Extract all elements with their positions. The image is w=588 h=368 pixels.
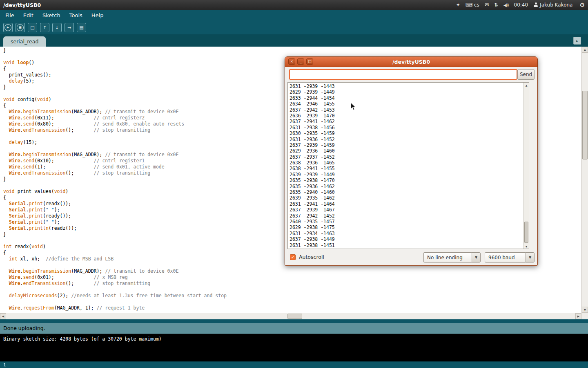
scrollbar-corner [581, 313, 588, 319]
line-ending-value: No line ending [423, 252, 472, 263]
user-menu[interactable]: Jakub Kakona [533, 2, 572, 8]
code-line: Wire.endTransmission(); // stop transmit… [3, 280, 581, 287]
window-background-strip [0, 319, 588, 323]
clock[interactable]: 00:40 [514, 2, 528, 8]
code-line: Wire.requestFrom(MAG_ADDR, 1); // reques… [3, 305, 581, 311]
serial-line: 2631 -2934 -1463 [290, 231, 529, 236]
open-sketch-button[interactable]: ↑ [40, 23, 49, 32]
serial-send-input[interactable] [289, 69, 517, 80]
serial-monitor-icon: ▤ [79, 25, 83, 30]
serial-monitor-titlebar[interactable]: /dev/ttyUSB0 × _ □ [285, 57, 537, 67]
editor-vscroll-thumb[interactable] [582, 91, 588, 159]
serial-line: 2636 -2939 -1470 [290, 113, 529, 119]
send-button[interactable]: Send [517, 69, 535, 80]
serial-line: 2635 -2936 -1462 [290, 184, 529, 189]
serial-output-area[interactable]: 2631 -2939 -14432629 -2939 -14492633 -29… [287, 82, 529, 249]
menu-item-edit[interactable]: Edit [19, 11, 38, 20]
upload-button[interactable]: → [65, 23, 74, 32]
serial-line: 2637 -2942 -1452 [290, 213, 529, 219]
code-line: } [3, 47, 581, 54]
stop-button[interactable]: ■ [16, 23, 25, 32]
panel-window-title: /dev/ttyUSB0 [3, 2, 41, 8]
code-line [3, 299, 581, 305]
code-line: delayMicroseconds(2); //needs at least 1… [3, 293, 581, 299]
serial-line: 2631 -2939 -1443 [290, 83, 529, 89]
monitor-scroll-thumb[interactable] [524, 222, 528, 243]
toolbar: ▶■□↑↓→▤ [0, 21, 588, 34]
scroll-down-arrow-icon[interactable]: ▼ [582, 307, 588, 313]
editor-horizontal-scrollbar[interactable]: ◀ ▶ [0, 313, 581, 319]
menu-bar: FileEditSketchToolsHelp [0, 10, 588, 21]
system-tray: ✦ ⌨ cs ✉ ⇅ ◀)) 00:40 Jakub Kakona ⚙ [456, 2, 585, 8]
serial-line: 2637 -2938 -1449 [290, 236, 529, 242]
new-sketch-icon: □ [30, 25, 34, 30]
menu-item-sketch[interactable]: Sketch [38, 11, 65, 20]
verify-button[interactable]: ▶ [3, 23, 13, 32]
console-line: Binary sketch size: 4208 bytes (of a 307… [3, 336, 585, 342]
monitor-scroll-up-arrow-icon[interactable]: ▲ [524, 83, 529, 88]
open-sketch-icon: ↑ [43, 25, 47, 30]
keyboard-layout-label: cs [474, 2, 479, 8]
window-controls: × _ □ [288, 58, 313, 65]
mail-icon[interactable]: ✉ [485, 2, 489, 8]
tab-menu-button[interactable]: ▸ [573, 37, 581, 45]
serial-line: 2640 -2935 -1457 [290, 219, 529, 224]
menu-item-help[interactable]: Help [87, 11, 108, 20]
save-sketch-icon: ↓ [55, 25, 59, 30]
serial-line: 2630 -2935 -1459 [290, 130, 529, 136]
autoscroll-label: Autoscroll [299, 254, 324, 260]
serial-line: 2635 -2940 -1460 [290, 189, 529, 195]
monitor-scroll-down-arrow-icon[interactable]: ▼ [524, 244, 529, 249]
new-sketch-button[interactable]: □ [28, 23, 37, 32]
session-menu-icon[interactable]: ⚙ [579, 2, 585, 8]
chevron-down-icon[interactable]: ▼ [526, 252, 535, 263]
code-line: Wire.beginTransmission(MAG_ADDR); // tra… [3, 268, 581, 274]
volume-icon[interactable]: ◀)) [503, 3, 509, 7]
line-ending-dropdown[interactable]: No line ending ▼ [423, 252, 481, 263]
network-icon[interactable]: ⇅ [494, 2, 498, 8]
serial-line: 2631 -2938 -1456 [290, 125, 529, 130]
serial-line: 2634 -2946 -1455 [290, 101, 529, 107]
menu-item-file[interactable]: File [1, 11, 19, 20]
serial-monitor-footer: ✓ Autoscroll No line ending ▼ 9600 baud … [285, 252, 538, 263]
serial-line: 2631 -2941 -1464 [290, 201, 529, 207]
serial-line: 2629 -2938 -1475 [290, 224, 529, 230]
verify-icon: ▶ [4, 24, 11, 31]
screen: /dev/ttyUSB0 ✦ ⌨ cs ✉ ⇅ ◀)) 00:40 Jakub … [0, 0, 588, 368]
close-button[interactable]: × [288, 58, 295, 65]
editor-hscroll-thumb[interactable] [287, 314, 302, 319]
scroll-up-arrow-icon[interactable]: ▲ [582, 47, 588, 53]
keyboard-layout-indicator[interactable]: ⌨ cs [466, 2, 479, 8]
keyboard-icon: ⌨ [466, 2, 472, 8]
tab-serial-read[interactable]: serial_read [3, 36, 46, 47]
minimize-button[interactable]: _ [297, 58, 304, 65]
build-console: Binary sketch size: 4208 bytes (of a 307… [0, 334, 588, 361]
scroll-right-arrow-icon[interactable]: ▶ [575, 313, 581, 319]
upload-icon: → [67, 25, 71, 30]
save-sketch-button[interactable]: ↓ [52, 23, 62, 32]
serial-monitor-button[interactable]: ▤ [77, 23, 86, 32]
autoscroll-checkbox[interactable]: ✓ [290, 254, 296, 260]
editor-vertical-scrollbar[interactable]: ▲ ▼ [581, 47, 588, 313]
menu-item-tools[interactable]: Tools [65, 11, 87, 20]
baud-rate-dropdown[interactable]: 9600 baud ▼ [485, 252, 535, 263]
monitor-scrollbar[interactable]: ▲ ▼ [523, 83, 529, 249]
indicator-applet-icon[interactable]: ✦ [456, 2, 460, 8]
serial-line: 2637 -2939 -1459 [290, 142, 529, 148]
serial-output: 2631 -2939 -14432629 -2939 -14492633 -29… [288, 83, 529, 248]
serial-line: 2637 -2939 -1467 [290, 207, 529, 213]
maximize-button[interactable]: □ [306, 58, 313, 65]
chevron-down-icon[interactable]: ▼ [472, 252, 481, 263]
code-line: Wire.send(0x01); // x MSB reg [3, 274, 581, 280]
status-message: Done uploading. [3, 325, 45, 331]
serial-line: 2637 -2942 -1453 [290, 107, 529, 113]
serial-line: 2629 -2936 -1460 [290, 148, 529, 154]
tab-bar: serial_read ▸ [0, 34, 588, 47]
serial-line: 2637 -2941 -1462 [290, 119, 529, 124]
scroll-left-arrow-icon[interactable]: ◀ [0, 313, 6, 319]
serial-line: 2631 -2936 -1452 [290, 137, 529, 142]
top-panel: /dev/ttyUSB0 ✦ ⌨ cs ✉ ⇅ ◀)) 00:40 Jakub … [0, 0, 588, 10]
serial-line: 2629 -2939 -1449 [290, 89, 529, 95]
serial-line: 2631 -2938 -1451 [290, 242, 529, 248]
stop-icon: ■ [17, 24, 24, 31]
